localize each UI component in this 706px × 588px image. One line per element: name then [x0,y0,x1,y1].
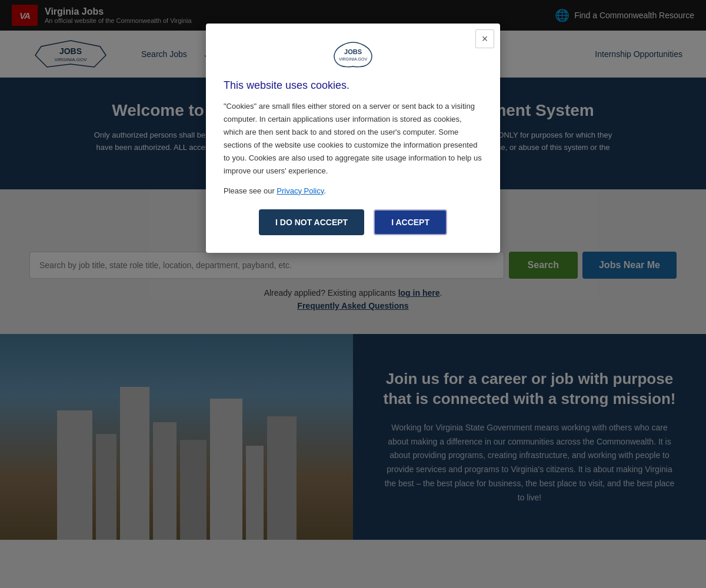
privacy-policy-link[interactable]: Privacy Policy [277,186,324,195]
modal-body-text: "Cookies" are small files either stored … [224,102,482,175]
cookie-modal: × JOBS VIRGINIA.GOV This website uses co… [206,24,500,253]
modal-title: This website uses cookies. [224,79,482,92]
modal-close-button[interactable]: × [475,29,494,48]
modal-privacy: Please see our Privacy Policy. [224,186,482,195]
accept-button[interactable]: I ACCEPT [374,209,447,235]
modal-body: "Cookies" are small files either stored … [224,100,482,178]
modal-logo-svg: JOBS VIRGINIA.GOV [324,41,382,68]
svg-text:VIRGINIA.GOV: VIRGINIA.GOV [339,57,368,61]
do-not-accept-button[interactable]: I DO NOT ACCEPT [259,209,364,235]
modal-header: JOBS VIRGINIA.GOV [224,41,482,68]
modal-buttons: I DO NOT ACCEPT I ACCEPT [224,209,482,235]
modal-overlay: × JOBS VIRGINIA.GOV This website uses co… [0,0,706,540]
svg-text:JOBS: JOBS [344,48,362,55]
